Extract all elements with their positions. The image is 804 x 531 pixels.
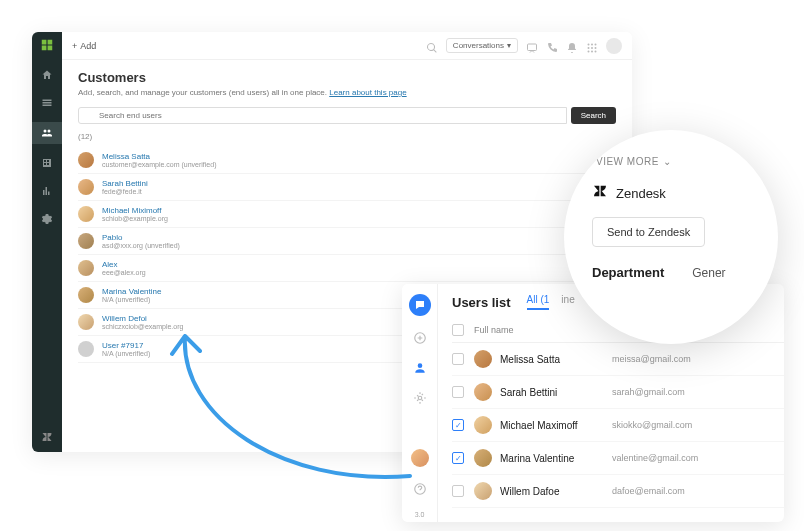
- sidebar: [32, 32, 62, 452]
- app-logo-icon: [40, 38, 54, 52]
- help-icon[interactable]: [412, 481, 428, 497]
- svg-point-6: [595, 47, 597, 49]
- department-label: Department: [592, 265, 664, 280]
- row-name: Michael Maximoff: [500, 420, 612, 431]
- row-name: Willem Dafoe: [500, 486, 612, 497]
- tab-online[interactable]: ine: [561, 294, 574, 310]
- sidebar2-settings[interactable]: [412, 390, 428, 406]
- avatar: [78, 314, 94, 330]
- row-name: Melissa Satta: [500, 354, 612, 365]
- sidebar-settings[interactable]: [38, 210, 56, 228]
- result-count: (12): [78, 132, 616, 141]
- table-row[interactable]: Michael Maximoffskiokko@gmail.com: [452, 409, 784, 442]
- row-checkbox[interactable]: [452, 485, 464, 497]
- apps-icon[interactable]: [586, 40, 598, 52]
- avatar: [474, 383, 492, 401]
- chat-logo-icon: [409, 294, 431, 316]
- view-more-label: VIEW MORE: [596, 156, 659, 167]
- zendesk-icon: [592, 183, 608, 203]
- svg-point-7: [588, 50, 590, 52]
- row-checkbox[interactable]: [452, 452, 464, 464]
- avatar: [78, 287, 94, 303]
- conversations-dropdown[interactable]: Conversations▾: [446, 38, 518, 53]
- version-label: 3.0: [415, 511, 425, 518]
- tab-all[interactable]: All (1: [527, 294, 550, 310]
- avatar: [474, 416, 492, 434]
- avatar: [78, 179, 94, 195]
- view-more-link[interactable]: VIEW MORE⌄: [582, 156, 760, 167]
- sidebar2-users[interactable]: [412, 360, 428, 376]
- user-email: asd@xxx.org (unverified): [102, 242, 603, 249]
- user-name[interactable]: Alex: [102, 260, 603, 269]
- table-row[interactable]: Marina Valentinevalentine@gmail.com: [452, 442, 784, 475]
- row-email: skiokko@gmail.com: [612, 420, 692, 430]
- svg-point-2: [591, 43, 593, 45]
- avatar: [78, 152, 94, 168]
- user-row[interactable]: Sarah Bettinifede@fede.itedit: [78, 174, 616, 201]
- user-name[interactable]: Michael Miximoff: [102, 206, 603, 215]
- zendesk-detail-circle: VIEW MORE⌄ Zendesk Send to Zendesk Depar…: [564, 130, 778, 344]
- table-row[interactable]: Melissa Sattameissa@gmail.com: [452, 343, 784, 376]
- learn-link[interactable]: Learn about this page: [329, 88, 406, 97]
- user-email: customer@example.com (unverified): [102, 161, 603, 168]
- topbar: +Add Conversations▾: [62, 32, 632, 60]
- svg-point-4: [588, 47, 590, 49]
- search-button[interactable]: Search: [571, 107, 616, 124]
- sidebar-reports[interactable]: [38, 182, 56, 200]
- svg-point-8: [591, 50, 593, 52]
- avatar: [78, 341, 94, 357]
- row-checkbox[interactable]: [452, 386, 464, 398]
- user-name[interactable]: Sarah Bettini: [102, 179, 603, 188]
- chevron-down-icon: ⌄: [663, 156, 672, 167]
- bell-icon[interactable]: [566, 40, 578, 52]
- row-name: Marina Valentine: [500, 453, 612, 464]
- row-checkbox[interactable]: [452, 353, 464, 365]
- send-to-zendesk-button[interactable]: Send to Zendesk: [592, 217, 705, 247]
- sidebar2-avatar[interactable]: [411, 449, 429, 467]
- search-input[interactable]: [78, 107, 567, 124]
- page-title: Customers: [78, 70, 616, 85]
- avatar: [78, 233, 94, 249]
- subtitle-text: Add, search, and manage your customers (…: [78, 88, 329, 97]
- search-icon[interactable]: [426, 40, 438, 52]
- column-full-name: Full name: [474, 325, 612, 335]
- avatar: [78, 260, 94, 276]
- select-all-checkbox[interactable]: [452, 324, 464, 336]
- user-name[interactable]: Pablo: [102, 233, 603, 242]
- user-email: schiob@example.org: [102, 215, 603, 222]
- row-checkbox[interactable]: [452, 419, 464, 431]
- department-value: Gener: [692, 266, 725, 280]
- svg-point-9: [595, 50, 597, 52]
- chevron-down-icon: ▾: [507, 41, 511, 50]
- user-row[interactable]: Michael Miximoffschiob@example.orgedit: [78, 201, 616, 228]
- sidebar-orgs[interactable]: [38, 154, 56, 172]
- users-list-title: Users list: [452, 295, 511, 310]
- user-row[interactable]: Alexeee@alex.orgedit: [78, 255, 616, 282]
- row-email: meissa@gmail.com: [612, 354, 691, 364]
- user-name[interactable]: Melissa Satta: [102, 152, 603, 161]
- avatar: [474, 482, 492, 500]
- table-row[interactable]: Sarah Bettinisarah@gmail.com: [452, 376, 784, 409]
- avatar: [78, 206, 94, 222]
- table-row[interactable]: Willem Dafoedafoe@email.com: [452, 475, 784, 508]
- sidebar-home[interactable]: [38, 66, 56, 84]
- svg-point-1: [588, 43, 590, 45]
- sidebar2-conversations[interactable]: [412, 330, 428, 346]
- row-email: dafoe@email.com: [612, 486, 685, 496]
- sidebar-customers[interactable]: [32, 122, 62, 144]
- chat-icon[interactable]: [526, 40, 538, 52]
- sidebar2: 3.0: [402, 284, 438, 522]
- zendesk-logo-icon: [38, 428, 56, 446]
- add-label: Add: [80, 41, 96, 51]
- user-email: fede@fede.it: [102, 188, 603, 195]
- profile-avatar[interactable]: [606, 38, 622, 54]
- svg-point-5: [591, 47, 593, 49]
- user-row[interactable]: Melissa Sattacustomer@example.com (unver…: [78, 147, 616, 174]
- add-button[interactable]: +Add: [72, 41, 96, 51]
- user-row[interactable]: Pabloasd@xxx.org (unverified)edit: [78, 228, 616, 255]
- sidebar-views[interactable]: [38, 94, 56, 112]
- phone-icon[interactable]: [546, 40, 558, 52]
- user-email: eee@alex.org: [102, 269, 603, 276]
- conv-label: Conversations: [453, 41, 504, 50]
- zendesk-label: Zendesk: [616, 186, 666, 201]
